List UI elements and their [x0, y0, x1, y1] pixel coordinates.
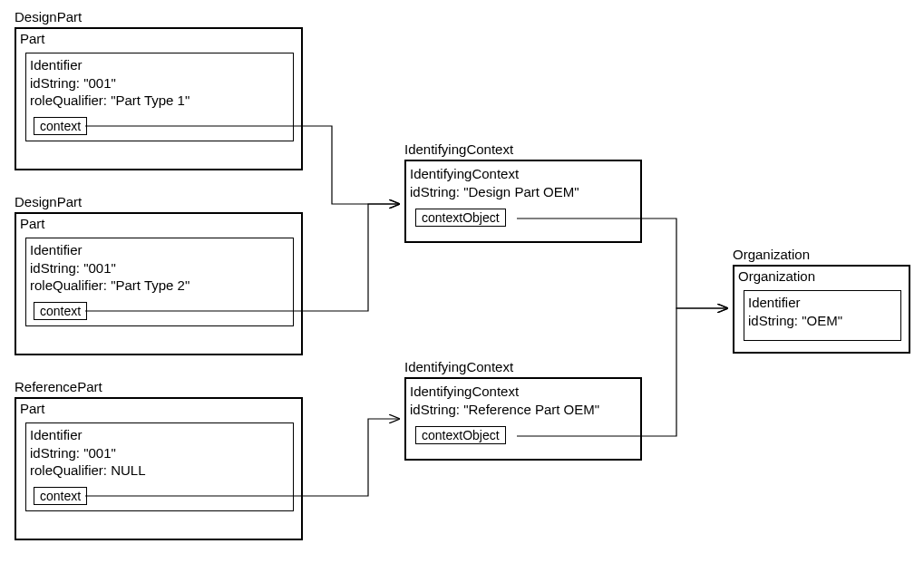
- identifying-context-2-title: IdentifyingContext: [406, 379, 640, 401]
- identifying-context-1-tag: contextObject: [415, 209, 506, 227]
- reference-part-context-tag: context: [34, 487, 87, 505]
- identifying-context-1-box: IdentifyingContext idString: "Design Par…: [404, 160, 642, 243]
- design-part-1-idstring: idString: "001": [26, 74, 293, 92]
- identifying-context-2-box: IdentifyingContext idString: "Reference …: [404, 377, 642, 461]
- identifying-context-2-label: IdentifyingContext: [404, 359, 513, 374]
- organization-identifier-title: Identifier: [744, 291, 900, 312]
- design-part-2-idstring: idString: "001": [26, 259, 293, 277]
- identifying-context-2-tag: contextObject: [415, 426, 506, 444]
- identifying-context-2-idstring: idString: "Reference Part OEM": [406, 401, 640, 419]
- design-part-2-rolequalifier: roleQualifier: "Part Type 2": [26, 277, 293, 295]
- design-part-2-context-tag: context: [34, 302, 87, 320]
- design-part-2-identifier-box: Identifier idString: "001" roleQualifier…: [25, 238, 294, 326]
- reference-part-identifier-title: Identifier: [26, 423, 293, 444]
- reference-part-identifier-box: Identifier idString: "001" roleQualifier…: [25, 422, 294, 511]
- design-part-1-context-tag: context: [34, 117, 87, 135]
- organization-box: Organization Identifier idString: "OEM": [733, 265, 910, 354]
- design-part-2-label: DesignPart: [15, 194, 82, 209]
- design-part-1-identifier-box: Identifier idString: "001" roleQualifier…: [25, 53, 294, 141]
- reference-part-rolequalifier: roleQualifier: NULL: [26, 461, 293, 480]
- reference-part-part-title: Part: [16, 399, 301, 416]
- reference-part-box: Part Identifier idString: "001" roleQual…: [15, 397, 303, 540]
- identifying-context-1-title: IdentifyingContext: [406, 161, 640, 183]
- identifying-context-1-label: IdentifyingContext: [404, 141, 513, 157]
- design-part-1-label: DesignPart: [15, 9, 82, 24]
- reference-part-label: ReferencePart: [15, 379, 102, 394]
- design-part-1-rolequalifier: roleQualifier: "Part Type 1": [26, 92, 293, 110]
- design-part-1-identifier-title: Identifier: [26, 53, 293, 74]
- organization-identifier-box: Identifier idString: "OEM": [744, 290, 901, 341]
- reference-part-idstring: idString: "001": [26, 444, 293, 462]
- design-part-1-part-title: Part: [16, 29, 301, 46]
- organization-idstring: idString: "OEM": [744, 312, 900, 330]
- organization-title: Organization: [734, 267, 909, 284]
- identifying-context-1-idstring: idString: "Design Part OEM": [406, 183, 640, 201]
- design-part-2-part-title: Part: [16, 214, 301, 231]
- design-part-2-box: Part Identifier idString: "001" roleQual…: [15, 212, 303, 355]
- organization-label: Organization: [733, 247, 810, 262]
- design-part-1-box: Part Identifier idString: "001" roleQual…: [15, 27, 303, 170]
- design-part-2-identifier-title: Identifier: [26, 238, 293, 259]
